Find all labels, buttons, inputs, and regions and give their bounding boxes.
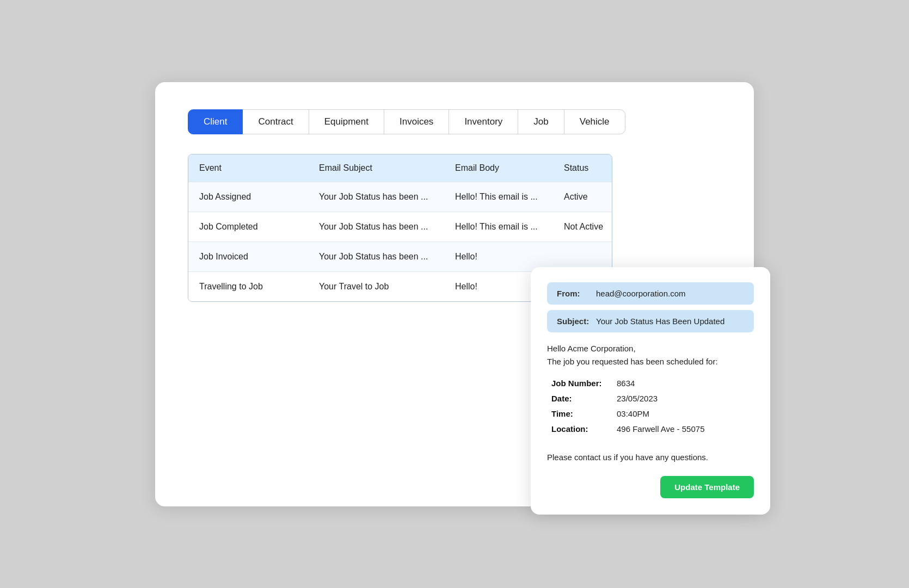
email-intro-text: The job you requested has been scheduled… [547, 355, 754, 368]
table-row[interactable]: Job Completed Your Job Status has been .… [188, 212, 612, 242]
detail-value: 03:40PM [617, 407, 754, 420]
tab-client[interactable]: Client [188, 109, 243, 134]
cell-subject: Your Job Status has been ... [319, 192, 455, 202]
tab-job[interactable]: Job [518, 109, 564, 134]
tab-inventory[interactable]: Inventory [449, 109, 518, 134]
detail-label: Location: [551, 423, 617, 436]
table-header: Event Email Subject Email Body Status [188, 154, 612, 182]
email-body-content: Hello Acme Corporation, The job you requ… [547, 342, 754, 464]
tab-bar: Client Contract Equipment Invoices Inven… [188, 109, 721, 134]
email-footer: Please contact us if you have any questi… [547, 445, 754, 464]
subject-value: Your Job Status Has Been Updated [596, 317, 724, 326]
tab-equipment[interactable]: Equipment [309, 109, 384, 134]
cell-subject: Your Job Status has been ... [319, 222, 455, 232]
detail-value: 496 Farwell Ave - 55075 [617, 423, 754, 436]
cell-status: Not Active [564, 222, 612, 232]
subject-label: Subject: [557, 317, 589, 326]
cell-event: Job Assigned [199, 192, 319, 202]
col-status: Status [564, 163, 612, 173]
email-preview-card: From: head@coorporation.com Subject: You… [531, 267, 770, 515]
email-details: Job Number: 8634 Date: 23/05/2023 Time: … [551, 377, 754, 436]
email-greeting: Hello Acme Corporation, [547, 342, 754, 355]
cell-subject: Your Job Status has been ... [319, 252, 455, 262]
main-card: Client Contract Equipment Invoices Inven… [155, 82, 754, 506]
tab-contract[interactable]: Contract [242, 109, 309, 134]
cell-event: Job Invoiced [199, 252, 319, 262]
email-subject-field: Subject: Your Job Status Has Been Update… [547, 310, 754, 332]
table-row[interactable]: Job Assigned Your Job Status has been ..… [188, 182, 612, 212]
cell-body: Hello! [455, 252, 564, 262]
cell-status: Active [564, 192, 612, 202]
detail-value: 23/05/2023 [617, 392, 754, 405]
detail-date: Date: 23/05/2023 [551, 392, 754, 405]
from-label: From: [557, 289, 589, 298]
col-email-subject: Email Subject [319, 163, 455, 173]
email-from-field: From: head@coorporation.com [547, 282, 754, 305]
update-template-button[interactable]: Update Template [660, 476, 754, 498]
detail-value: 8634 [617, 377, 754, 390]
cell-subject: Your Travel to Job [319, 282, 455, 292]
detail-location: Location: 496 Farwell Ave - 55075 [551, 423, 754, 436]
cell-body: Hello! This email is ... [455, 192, 564, 202]
email-intro: Hello Acme Corporation, The job you requ… [547, 342, 754, 368]
detail-time: Time: 03:40PM [551, 407, 754, 420]
col-event: Event [199, 163, 319, 173]
detail-job-number: Job Number: 8634 [551, 377, 754, 390]
from-value: head@coorporation.com [596, 289, 686, 298]
col-email-body: Email Body [455, 163, 564, 173]
cell-body: Hello! This email is ... [455, 222, 564, 232]
cell-event: Job Completed [199, 222, 319, 232]
detail-label: Job Number: [551, 377, 617, 390]
tab-invoices[interactable]: Invoices [384, 109, 449, 134]
detail-label: Date: [551, 392, 617, 405]
detail-label: Time: [551, 407, 617, 420]
tab-vehicle[interactable]: Vehicle [564, 109, 625, 134]
cell-event: Travelling to Job [199, 282, 319, 292]
